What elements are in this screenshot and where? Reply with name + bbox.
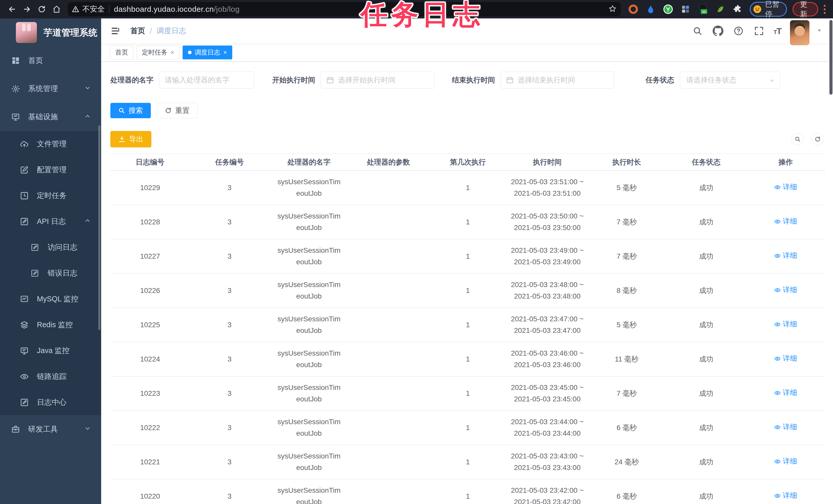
sidebar-item-label: 错误日志 <box>48 268 77 278</box>
search-button[interactable]: 搜索 <box>110 103 151 118</box>
sidebar-item-infra[interactable]: 基础设施 <box>0 103 101 131</box>
close-icon[interactable]: × <box>223 49 227 55</box>
task-status-select[interactable]: 请选择任务状态 <box>680 72 780 89</box>
page-content: 处理器的名字 开始执行时间 结束执行时间 <box>101 61 833 504</box>
sidebar-item-label: 文件管理 <box>37 139 67 149</box>
sidebar-item-log-center[interactable]: 日志中心 <box>0 389 101 415</box>
tab-home[interactable]: 首页 <box>110 46 134 59</box>
detail-link[interactable]: 详细 <box>774 181 797 193</box>
sidebar-item-label: MySQL 监控 <box>37 294 78 304</box>
cell-duration: 7 毫秒 <box>587 388 666 399</box>
sidebar-fold-icon[interactable] <box>110 25 121 36</box>
menu-kebab-icon[interactable] <box>821 5 828 14</box>
table-row: 10226 3 sysUserSessionTimeoutJob 1 2021-… <box>110 274 825 308</box>
eye-icon <box>774 253 781 259</box>
puzzle-icon[interactable] <box>732 4 743 15</box>
avatar[interactable] <box>790 20 809 45</box>
github-icon[interactable] <box>712 25 724 37</box>
detail-link[interactable]: 详细 <box>774 319 797 330</box>
end-time-input-wrap <box>501 72 614 89</box>
detail-link[interactable]: 详细 <box>774 387 797 399</box>
refresh-table-icon[interactable] <box>811 133 824 145</box>
detail-link[interactable]: 详细 <box>774 456 797 467</box>
end-time-input[interactable] <box>501 76 614 84</box>
export-button[interactable]: 导出 <box>110 131 151 147</box>
layers-icon <box>20 321 29 329</box>
sidebar-item-config-manage[interactable]: 配置管理 <box>0 157 101 183</box>
security-chip[interactable]: 不安全 <box>72 4 105 14</box>
cell-log-id: 10228 <box>110 217 190 228</box>
sidebar-item-label: 定时任务 <box>37 191 67 201</box>
cell-handler-name: sysUserSessionTimeoutJob <box>269 245 349 268</box>
detail-link[interactable]: 详细 <box>774 284 797 296</box>
sidebar-item-system[interactable]: 系统管理 <box>0 75 101 103</box>
cell-exec-time: 2021-05-03 23:48:00 ~2021-05-03 23:48:00 <box>507 279 587 302</box>
detail-link[interactable]: 详细 <box>774 353 797 364</box>
sidebar-item-redis-monitor[interactable]: Redis 监控 <box>0 312 101 338</box>
table-row: 10227 3 sysUserSessionTimeoutJob 1 2021-… <box>110 240 825 274</box>
cell-handler-name: sysUserSessionTimeoutJob <box>269 485 349 504</box>
app-logo-row[interactable]: 芋道管理系统 <box>0 19 101 47</box>
extension-on-badge-icon[interactable]: on <box>697 4 708 15</box>
caret-down-icon[interactable] <box>816 27 823 35</box>
extension-drop-icon[interactable] <box>645 4 656 15</box>
detail-link[interactable]: 详细 <box>774 250 797 261</box>
sidebar-item-api-log[interactable]: API 日志 <box>0 208 101 234</box>
search-icon[interactable] <box>692 25 704 37</box>
sidebar-item-java-monitor[interactable]: Java 监控 <box>0 338 101 363</box>
reset-button[interactable]: 重置 <box>157 103 197 118</box>
bookmark-star-icon[interactable] <box>609 5 617 14</box>
toggle-search-icon[interactable] <box>791 133 804 145</box>
cell-exec-index: 1 <box>428 491 507 502</box>
sidebar-item-file-manage[interactable]: 文件管理 <box>0 131 101 157</box>
extension-grid-icon[interactable] <box>680 4 691 15</box>
extension-shield-icon[interactable] <box>628 4 639 15</box>
emoji-avatar-icon <box>753 3 762 15</box>
extension-leaf-icon[interactable] <box>715 4 726 15</box>
sidebar-item-access-log[interactable]: 访问日志 <box>0 234 101 260</box>
sidebar-item-mysql-monitor[interactable]: MySQL 监控 <box>0 286 101 312</box>
sidebar-item-trace[interactable]: 链路追踪 <box>0 363 101 389</box>
sidebar-item-home[interactable]: 首页 <box>0 47 101 75</box>
handler-name-input[interactable] <box>159 76 254 84</box>
cell-handler-name: sysUserSessionTimeoutJob <box>269 313 349 336</box>
cell-status: 成功 <box>667 422 746 434</box>
detail-link[interactable]: 详细 <box>774 216 797 227</box>
address-bar[interactable]: 不安全 dashboard.yudao.iocoder.cn/job/log <box>68 2 621 16</box>
tab-label: 首页 <box>115 48 128 56</box>
cell-job-id: 3 <box>190 319 269 331</box>
reload-icon[interactable] <box>34 2 49 17</box>
fullscreen-icon[interactable] <box>753 25 765 37</box>
breadcrumb-home[interactable]: 首页 <box>130 26 145 36</box>
sidebar-item-scheduled-task[interactable]: 定时任务 <box>0 183 101 208</box>
cell-exec-index: 1 <box>428 251 507 262</box>
sidebar-item-dev-tools[interactable]: 研发工具 <box>0 415 101 444</box>
tab-scheduled-task[interactable]: 定时任务 × <box>137 46 180 59</box>
toolbox-icon <box>11 425 20 434</box>
update-button[interactable]: 更新 <box>792 2 818 16</box>
cell-handler-name: sysUserSessionTimeoutJob <box>269 348 349 371</box>
warning-icon <box>72 5 79 13</box>
sidebar-scrollbar[interactable] <box>98 125 100 330</box>
edit-square-icon <box>20 398 29 407</box>
extension-green-circle-icon[interactable] <box>663 4 673 15</box>
account-paused-badge[interactable]: 已暂停 <box>750 2 787 17</box>
eye-icon <box>774 218 781 225</box>
close-icon[interactable]: × <box>170 49 174 55</box>
cell-log-id: 10226 <box>110 285 190 297</box>
help-icon[interactable] <box>733 25 744 37</box>
font-size-icon[interactable]: TT <box>774 26 781 36</box>
start-time-input[interactable] <box>321 76 434 84</box>
page-scrollbar[interactable] <box>829 20 832 95</box>
detail-link[interactable]: 详细 <box>774 421 797 433</box>
detail-link[interactable]: 详细 <box>774 490 797 501</box>
sidebar-item-error-log[interactable]: 错误日志 <box>0 260 101 286</box>
home-icon[interactable] <box>49 2 64 17</box>
handler-name-label: 处理器的名字 <box>110 75 153 85</box>
cell-handler-name: sysUserSessionTimeoutJob <box>269 451 349 474</box>
tab-job-log[interactable]: 调度日志 × <box>183 46 232 59</box>
back-icon[interactable] <box>5 2 20 17</box>
forward-icon[interactable] <box>20 2 34 17</box>
cell-actions: 详细 <box>746 181 825 194</box>
col-header: 执行时间 <box>507 157 587 167</box>
